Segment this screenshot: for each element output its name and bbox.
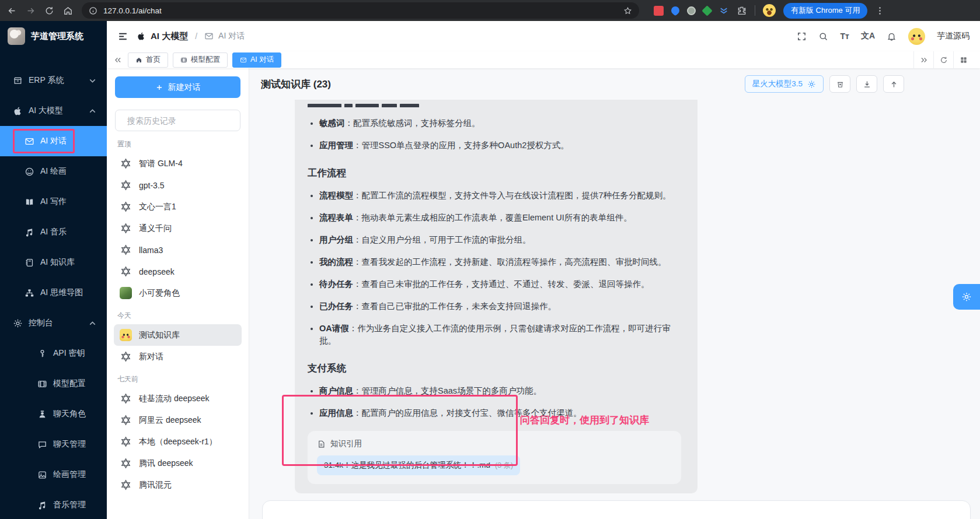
- plus-icon: [155, 83, 163, 92]
- download-button[interactable]: [856, 75, 877, 93]
- film-icon: [37, 379, 47, 389]
- sidebar-item-chat-manage[interactable]: 聊天管理: [0, 429, 107, 460]
- message-bullet: 流程表单：拖动表单元素生成相应的工作流表单，覆盖Element UI所有的表单组…: [319, 212, 685, 224]
- conversation-group-label: 七天前: [117, 374, 238, 384]
- apple-icon: [13, 106, 23, 116]
- history-search[interactable]: [115, 110, 240, 131]
- tab-home[interactable]: 首页: [128, 52, 168, 68]
- new-chat-label: 新建对话: [168, 82, 201, 93]
- sidebar-item-chat-role[interactable]: 聊天角色: [0, 399, 107, 429]
- citation-doc-chip[interactable]: 31.4k！这是我见过最强的后台管理系统！！.md (3 条): [317, 455, 520, 475]
- tab-model-config[interactable]: 模型配置: [173, 52, 228, 68]
- extension-circle-icon[interactable]: [687, 6, 696, 15]
- sidebar-item-ai-chat[interactable]: AI 对话: [0, 126, 107, 156]
- conversation-item[interactable]: llama3: [114, 239, 242, 261]
- translate-icon[interactable]: 文A: [861, 31, 875, 41]
- collapse-menu-icon[interactable]: [117, 31, 128, 42]
- openai-icon: [120, 244, 132, 256]
- openai-icon: [120, 265, 132, 278]
- sidebar-item-erp[interactable]: ERP 系统: [0, 65, 107, 96]
- browser-home-icon[interactable]: [63, 6, 73, 16]
- message-section-heading: 工作流程: [308, 167, 685, 180]
- model-selector-button[interactable]: 星火大模型3.5: [745, 75, 824, 93]
- sidebar-item-draw-manage[interactable]: 绘画管理: [0, 460, 107, 490]
- user-avatar[interactable]: [908, 28, 925, 45]
- document-icon: [317, 440, 326, 448]
- extensions-puzzle-icon[interactable]: [737, 5, 747, 16]
- breadcrumb-page[interactable]: AI 对话: [218, 31, 245, 41]
- chat-header: 测试知识库 (23) 星火大模型3.5: [249, 68, 980, 100]
- conversation-item[interactable]: 腾讯 deepseek: [114, 453, 242, 474]
- sidebar-item-label: AI 大模型: [29, 106, 63, 116]
- browser-menu-dots-icon[interactable]: [875, 6, 885, 16]
- bookmark-star-icon[interactable]: [623, 6, 632, 15]
- conversation-item[interactable]: gpt-3.5: [114, 174, 242, 196]
- citation-doc-name: 31.4k！这是我见过最强的后台管理系统！！.md: [324, 460, 490, 471]
- conversation-item[interactable]: 本地（deepseek-r1）: [114, 431, 242, 453]
- sidebar-item-ai-draw[interactable]: AI 绘画: [0, 156, 107, 187]
- gear-icon: [807, 80, 816, 89]
- sidebar-item-label: 模型配置: [53, 378, 86, 389]
- app-logo[interactable]: 芋道管理系统: [0, 21, 107, 51]
- clear-conversation-button[interactable]: [829, 75, 850, 93]
- conversation-item[interactable]: 通义千问: [114, 218, 242, 239]
- conversation-item[interactable]: 腾讯混元: [114, 474, 242, 496]
- conversation-title: 测试知识库 (23): [261, 78, 331, 91]
- message-bullet: 用户分组：自定义用户分组，可用于工作流的审批分组。: [319, 234, 685, 246]
- browser-reload-icon[interactable]: [44, 6, 54, 16]
- sidebar-item-ai-write[interactable]: AI 写作: [0, 187, 107, 217]
- refresh-page-icon[interactable]: [933, 51, 953, 68]
- breadcrumb-app[interactable]: AI 大模型: [151, 31, 188, 42]
- layout-grid-icon[interactable]: [953, 51, 973, 68]
- sidebar-item-api-key[interactable]: API 密钥: [0, 338, 107, 369]
- sidebar-item-model-config[interactable]: 模型配置: [0, 369, 107, 399]
- message-input-box[interactable]: [262, 500, 971, 519]
- tabs-scroll-left-icon[interactable]: [114, 56, 122, 64]
- conversation-item[interactable]: deepseek: [114, 261, 242, 282]
- tabs-scroll-right-icon[interactable]: [913, 51, 933, 68]
- image-icon: [37, 470, 47, 480]
- site-info-icon[interactable]: [89, 6, 97, 15]
- conversation-title: llama3: [139, 246, 163, 255]
- conversation-item[interactable]: 测试知识库: [114, 324, 242, 346]
- sidebar-item-console[interactable]: 控制台: [0, 308, 107, 338]
- conversation-title: 通义千问: [139, 223, 172, 234]
- extension-adblock-icon[interactable]: [654, 6, 664, 16]
- username[interactable]: 芋道源码: [937, 31, 969, 41]
- extension-star-icon[interactable]: [702, 5, 712, 16]
- new-chat-button[interactable]: 新建对话: [115, 76, 240, 98]
- browser-forward-icon[interactable]: [26, 6, 36, 16]
- openai-icon: [120, 179, 132, 191]
- sidebar-item-label: 音乐管理: [53, 500, 86, 510]
- chrome-update-button[interactable]: 有新版 Chrome 可用: [783, 3, 867, 19]
- tab-ai-chat[interactable]: AI 对话: [232, 52, 281, 68]
- conversation-item[interactable]: 小可爱角色: [114, 282, 242, 304]
- browser-profile-avatar[interactable]: [763, 4, 776, 17]
- sidebar-item-ai-music[interactable]: AI 音乐: [0, 217, 107, 247]
- sidebar-item-ai-mindmap[interactable]: AI 思维导图: [0, 278, 107, 308]
- extension-chevrons-icon[interactable]: [719, 5, 729, 16]
- sidebar-item-music-manage[interactable]: 音乐管理: [0, 490, 107, 519]
- extension-drop-icon[interactable]: [669, 5, 681, 16]
- conversation-item[interactable]: 硅基流动 deepseek: [114, 388, 242, 409]
- conversation-item[interactable]: 智谱 GLM-4: [114, 153, 242, 174]
- conversation-item[interactable]: 新对话: [114, 346, 242, 367]
- history-search-input[interactable]: [127, 116, 233, 125]
- sidebar-item-label: 绘画管理: [53, 469, 86, 480]
- search-icon[interactable]: [818, 31, 828, 41]
- conversation-item[interactable]: 文心一言1: [114, 196, 242, 218]
- openai-icon: [120, 479, 132, 491]
- fullscreen-icon[interactable]: [797, 31, 807, 41]
- home-icon: [135, 57, 142, 64]
- bell-icon[interactable]: [887, 31, 897, 41]
- chat-settings-button[interactable]: [953, 284, 980, 310]
- sidebar-item-ai-model[interactable]: AI 大模型: [0, 96, 107, 126]
- conversation-title: gpt-3.5: [139, 181, 165, 190]
- browser-back-icon[interactable]: [7, 6, 17, 16]
- address-bar[interactable]: 127.0.0.1/ai/chat: [82, 2, 639, 19]
- conversation-item[interactable]: 阿里云 deepseek: [114, 409, 242, 431]
- message-scroll-area[interactable]: 敏感词：配置系统敏感词，支持标签分组。应用管理：管理SSO单点登录的应用，支持多…: [249, 100, 980, 519]
- sidebar-item-ai-knowledge[interactable]: AI 知识库: [0, 247, 107, 278]
- font-size-icon[interactable]: Tᴛ: [840, 31, 849, 41]
- scroll-top-button[interactable]: [883, 75, 904, 93]
